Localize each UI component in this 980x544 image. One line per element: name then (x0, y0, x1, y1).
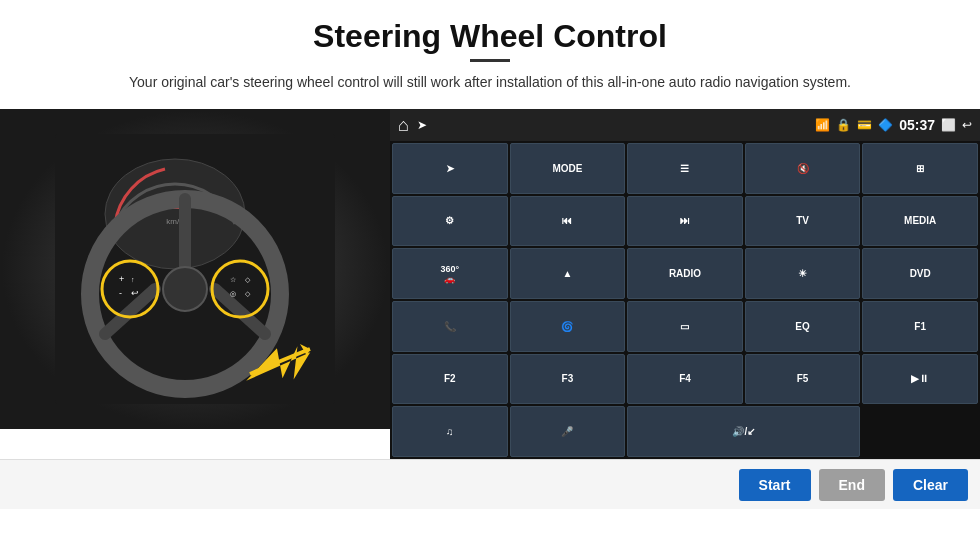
btn-tv[interactable]: TV (745, 196, 861, 247)
btn-mute[interactable]: 🔇 (745, 143, 861, 194)
page-subtitle: Your original car's steering wheel contr… (0, 72, 980, 93)
end-button[interactable]: End (819, 469, 885, 501)
btn-navigate[interactable]: ➤ (392, 143, 508, 194)
btn-media[interactable]: MEDIA (862, 196, 978, 247)
content-area: 120 km/h + - ↑ (0, 109, 980, 459)
btn-dvd[interactable]: DVD (862, 248, 978, 299)
btn-f4[interactable]: F4 (627, 354, 743, 405)
btn-f2[interactable]: F2 (392, 354, 508, 405)
btn-playpause[interactable]: ▶⏸ (862, 354, 978, 405)
svg-text:◎: ◎ (230, 290, 236, 297)
btn-apps[interactable]: ⊞ (862, 143, 978, 194)
btn-radio[interactable]: RADIO (627, 248, 743, 299)
svg-text:↩: ↩ (131, 288, 139, 298)
svg-text:☆: ☆ (230, 276, 236, 283)
cast-icon: ⬜ (941, 118, 956, 132)
btn-f5[interactable]: F5 (745, 354, 861, 405)
wifi-icon: 📶 (815, 118, 830, 132)
btn-mic[interactable]: 🎤 (510, 406, 626, 457)
btn-settings[interactable]: ⚙ (392, 196, 508, 247)
btn-brightness[interactable]: ☀ (745, 248, 861, 299)
btn-volume-call[interactable]: 🔊/↙ (627, 406, 860, 457)
panel-header-right: 📶 🔒 💳 🔷 05:37 ⬜ ↩ (815, 117, 972, 133)
steering-wheel-image: 120 km/h + - ↑ (0, 109, 390, 429)
lock-icon: 🔒 (836, 118, 851, 132)
title-divider (470, 59, 510, 62)
btn-eq[interactable]: EQ (745, 301, 861, 352)
svg-text:↑: ↑ (131, 276, 135, 283)
svg-text:+: + (119, 274, 124, 284)
start-button[interactable]: Start (739, 469, 811, 501)
btn-360[interactable]: 360°🚗 (392, 248, 508, 299)
btn-nav[interactable]: 🌀 (510, 301, 626, 352)
send-icon: ➤ (417, 118, 427, 132)
panel-header-left: ⌂ ➤ (398, 115, 427, 136)
back-icon: ↩ (962, 118, 972, 132)
bluetooth-icon: 🔷 (878, 118, 893, 132)
btn-list[interactable]: ☰ (627, 143, 743, 194)
btn-next[interactable]: ⏭ (627, 196, 743, 247)
btn-f1[interactable]: F1 (862, 301, 978, 352)
btn-screen[interactable]: ▭ (627, 301, 743, 352)
time-display: 05:37 (899, 117, 935, 133)
btn-eject[interactable]: ▲ (510, 248, 626, 299)
page-title: Steering Wheel Control (0, 0, 980, 59)
sd-icon: 💳 (857, 118, 872, 132)
home-icon: ⌂ (398, 115, 409, 136)
btn-f3[interactable]: F3 (510, 354, 626, 405)
control-panel: ⌂ ➤ 📶 🔒 💳 🔷 05:37 ⬜ ↩ ➤ MODE ☰ 🔇 ⊞ ⚙ (390, 109, 980, 459)
panel-grid: ➤ MODE ☰ 🔇 ⊞ ⚙ ⏮ ⏭ TV MEDIA 360°🚗 ▲ RADI… (390, 141, 980, 459)
bottom-bar: Start End Clear (0, 459, 980, 509)
panel-header: ⌂ ➤ 📶 🔒 💳 🔷 05:37 ⬜ ↩ (390, 109, 980, 141)
btn-phone[interactable]: 📞 (392, 301, 508, 352)
btn-music[interactable]: ♫ (392, 406, 508, 457)
btn-mode[interactable]: MODE (510, 143, 626, 194)
btn-prev[interactable]: ⏮ (510, 196, 626, 247)
clear-button[interactable]: Clear (893, 469, 968, 501)
svg-point-8 (163, 267, 207, 311)
svg-text:-: - (119, 288, 122, 298)
